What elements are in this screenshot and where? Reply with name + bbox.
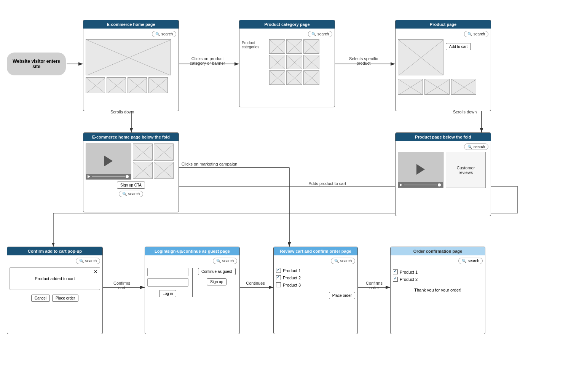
vc-dot — [126, 175, 129, 178]
confirms-cart-label: Confirms cart — [105, 281, 139, 290]
home-img-1 — [86, 77, 105, 93]
scrolls-down-1-label: Scrolls down — [110, 110, 134, 114]
product-main-img — [398, 39, 443, 75]
order-product-1-checkbox — [393, 269, 398, 274]
clicks-category-label: Clicks on product category or banner — [181, 56, 234, 65]
svg-line-16 — [86, 40, 171, 75]
svg-line-48 — [287, 71, 302, 84]
customer-reviews-box: Customer reviews — [446, 152, 486, 188]
category-search-bar[interactable]: 🔍 search — [308, 31, 332, 37]
svg-line-36 — [287, 40, 302, 53]
svg-line-52 — [398, 40, 443, 75]
signup-cta-btn[interactable]: Sign up CTA — [117, 182, 145, 189]
product-below-play-btn — [416, 164, 425, 175]
svg-line-34 — [270, 40, 285, 53]
svg-line-50 — [304, 71, 319, 84]
review-cart-search-bar[interactable]: 🔍 search — [331, 258, 355, 264]
review-cart-search-icon: 🔍 — [334, 259, 339, 263]
cat-img-1 — [269, 39, 285, 54]
login-search-bar[interactable]: 🔍 search — [213, 258, 237, 264]
order-product-2-row: Product 2 — [393, 277, 483, 282]
confirm-cart-search-icon: 🔍 — [79, 259, 84, 263]
product-categories-label: Product categories — [242, 41, 268, 49]
adds-to-cart-label: Adds product to cart — [266, 181, 388, 186]
clicks-category-text: Clicks on product category or banner — [190, 56, 225, 65]
svg-line-40 — [270, 55, 285, 69]
review-cart-search-text: search — [340, 259, 352, 263]
confirms-order-label: Confirms order — [361, 281, 388, 290]
entry-label: Website visitor enters site — [11, 59, 62, 69]
product-img-3 — [424, 79, 450, 95]
home-search-bar[interactable]: 🔍 search — [152, 31, 176, 37]
product-below-search-text: search — [474, 145, 485, 149]
svg-line-30 — [133, 162, 152, 178]
order-confirm-title: Order confirmation page — [391, 247, 485, 255]
svg-line-44 — [304, 55, 319, 69]
place-order-from-cart-btn[interactable]: Place order — [52, 295, 78, 302]
home-below-search[interactable]: 🔍 search — [119, 191, 143, 197]
product-below-fold-box: Product page below the fold 🔍 search — [395, 132, 491, 216]
review-place-order-btn[interactable]: Place order — [329, 292, 355, 299]
close-dialog-btn[interactable]: ✕ — [94, 269, 97, 274]
thank-you-text: Thank you for your order! — [393, 288, 483, 292]
add-to-cart-btn[interactable]: Add to cart — [446, 43, 471, 50]
product-search-bar[interactable]: 🔍 search — [464, 31, 488, 37]
order-product-2-checkbox — [393, 277, 398, 282]
vc-line — [92, 176, 125, 177]
category-search-text: search — [317, 32, 329, 36]
svg-line-26 — [133, 144, 152, 160]
review-product-3-row: Product 3 — [276, 282, 355, 287]
product-2-checkbox[interactable] — [276, 275, 281, 280]
product-below-search-bar[interactable]: 🔍 search — [464, 143, 488, 150]
order-confirm-search-text: search — [468, 259, 479, 263]
login-btn[interactable]: Log in — [159, 290, 176, 297]
confirms-cart-text: Confirms cart — [113, 281, 130, 290]
login-field-1[interactable] — [147, 268, 188, 276]
clicks-marketing-label: Clicks on marketing campaign — [171, 162, 247, 166]
category-page-title: Product category page — [239, 20, 335, 29]
home-below-img-4 — [154, 162, 174, 179]
login-search-icon: 🔍 — [216, 259, 221, 263]
login-page-box: Login/sign-up/continue as guest page 🔍 s… — [145, 247, 240, 334]
pb-vc-line — [404, 185, 437, 185]
entry-node: Website visitor enters site — [7, 53, 66, 75]
category-page-box: Product category page 🔍 search Product c… — [239, 20, 335, 107]
product-1-checkbox[interactable] — [276, 268, 281, 273]
order-confirm-search-icon: 🔍 — [462, 259, 466, 263]
order-product-1-row: Product 1 — [393, 269, 483, 274]
order-confirm-search-bar[interactable]: 🔍 search — [458, 258, 483, 264]
svg-line-54 — [398, 79, 423, 94]
home-below-title: E-commerce home page below the fold — [83, 133, 179, 141]
svg-line-32 — [154, 162, 173, 178]
home-below-play-btn — [104, 156, 113, 166]
review-product-2-label: Product 2 — [283, 276, 301, 280]
home-banner — [86, 39, 171, 75]
confirm-cart-search-bar[interactable]: 🔍 search — [76, 258, 100, 264]
login-divider — [192, 268, 193, 297]
home-below-search-icon: 🔍 — [122, 192, 127, 196]
product-3-checkbox[interactable] — [276, 282, 281, 287]
svg-line-18 — [86, 78, 105, 93]
home-page-box: E-commerce home page 🔍 search — [83, 20, 179, 111]
home-below-img-1 — [133, 143, 153, 161]
cat-img-7 — [269, 70, 285, 85]
cat-img-5 — [286, 55, 302, 69]
continue-as-guest-btn[interactable]: Continue as guest — [198, 268, 236, 275]
svg-line-20 — [107, 78, 126, 93]
home-below-search-text: search — [128, 192, 140, 196]
product-added-text: Product added to cart — [35, 276, 75, 281]
vc-play — [88, 175, 90, 178]
product-below-video — [398, 152, 443, 188]
product-search-text: search — [474, 32, 485, 36]
home-search-text: search — [161, 32, 173, 36]
review-product-1-row: Product 1 — [276, 268, 355, 273]
review-product-3-label: Product 3 — [283, 283, 301, 287]
login-field-2[interactable] — [147, 278, 188, 287]
svg-line-46 — [270, 71, 285, 84]
cat-img-6 — [303, 55, 319, 69]
svg-line-28 — [154, 144, 173, 160]
signup-btn[interactable]: Sign up — [207, 278, 226, 285]
cancel-btn[interactable]: Cancel — [31, 295, 50, 302]
review-product-2-row: Product 2 — [276, 275, 355, 280]
order-confirm-box: Order confirmation page 🔍 search Product… — [390, 247, 485, 334]
